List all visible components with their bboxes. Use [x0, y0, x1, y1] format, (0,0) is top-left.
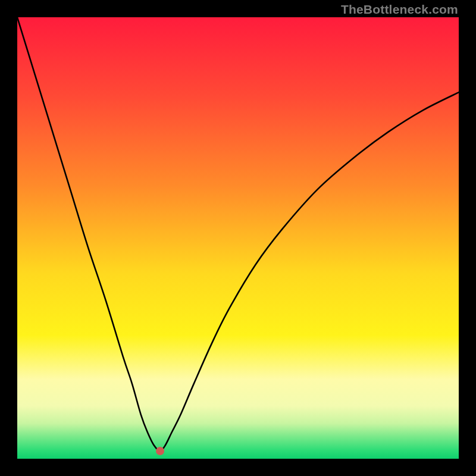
watermark-text: TheBottleneck.com	[341, 2, 458, 17]
svg-rect-0	[17, 17, 459, 459]
background-gradient	[17, 17, 459, 459]
plot-area	[17, 17, 459, 459]
chart-stage: TheBottleneck.com	[0, 0, 476, 476]
